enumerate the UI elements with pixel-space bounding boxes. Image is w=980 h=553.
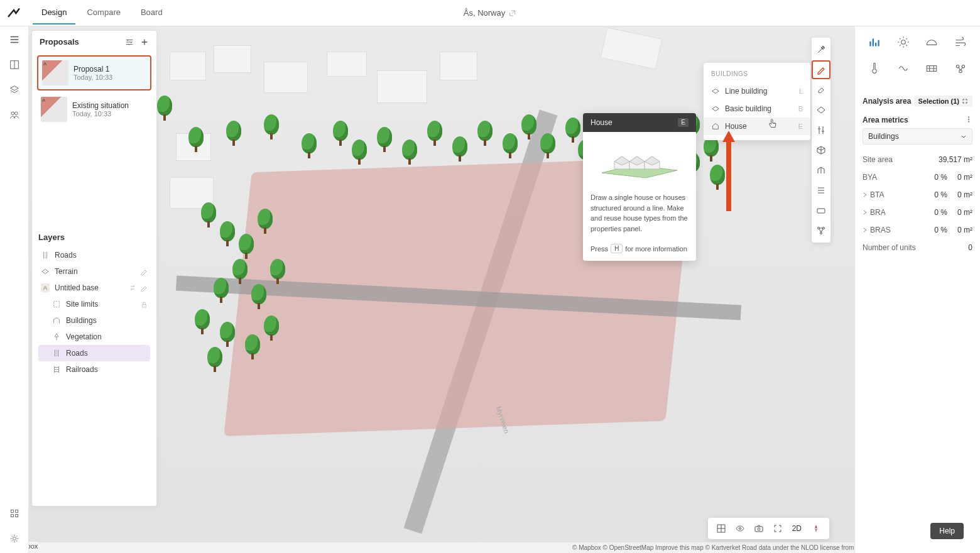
house-icon [711,122,720,131]
svg-rect-9 [54,302,60,307]
metric-bras[interactable]: BRAS 0 %0 m² [863,221,972,239]
layer-label: Roads [66,349,88,358]
layer-label: Railroads [66,365,98,374]
tab-board[interactable]: Board [132,1,172,25]
proposal-title: Existing situation [72,101,129,110]
menu-house[interactable]: House E [704,118,810,135]
svg-rect-5 [15,510,18,512]
tree-icon [333,121,348,146]
bar-chart-icon[interactable] [868,35,881,49]
analysis-area-title: Analysis area [863,97,911,106]
metrics-dropdown[interactable]: Buildings [863,128,972,145]
view-mode-toggle[interactable]: 2D [790,524,804,533]
tool-paint[interactable] [812,80,830,99]
tool-pencil[interactable] [812,60,830,79]
proposal-date: Today, 10:33 [72,110,129,118]
tool-levels[interactable] [812,181,830,200]
layer-vegetation[interactable]: Vegetation [38,329,150,345]
camera-button[interactable] [752,522,766,535]
layer-roads-top[interactable]: Roads [38,247,150,263]
tooltip-footer-pre: Press [591,245,608,253]
filter-icon[interactable] [125,38,134,47]
tree-icon [402,140,417,165]
layer-label: Terrain [55,267,78,276]
swap-icon[interactable] [129,284,136,292]
thermometer-icon[interactable] [868,62,881,75]
menu-basic-building[interactable]: Basic building B [704,100,810,118]
metric-units: Number of units 0 [863,239,972,256]
menu-shortcut: L [799,87,803,95]
metric-bta[interactable]: BTA 0 %0 m² [863,186,972,204]
proposal-card-1[interactable]: Proposal 1 Today, 10:33 [37,55,151,90]
layer-label: Site limits [66,300,98,309]
left-icon-rail [0,26,29,553]
lock-icon[interactable] [141,301,148,308]
tool-cube[interactable] [812,141,830,160]
layer-railroads[interactable]: Railroads [38,361,150,378]
tree-icon [258,209,273,234]
edit-icon[interactable] [140,268,148,275]
tool-network[interactable] [812,221,830,240]
view-toolbar: 2D [708,518,829,539]
rail-layers-icon[interactable] [8,83,21,97]
proposals-title: Proposals [40,37,79,47]
layer-terrain[interactable]: Terrain [38,263,150,280]
metric-bra[interactable]: BRA 0 %0 m² [863,204,972,221]
fit-view-button[interactable] [771,522,785,535]
help-button[interactable]: Help [930,523,964,539]
grid-toggle[interactable] [714,522,728,535]
layer-roads-nested[interactable]: Roads [38,345,150,361]
menu-item-label: Line building [725,87,767,96]
noise-icon[interactable] [896,62,910,75]
layer-label: Vegetation [66,332,102,341]
roads-icon [41,251,50,260]
metric-pct: 0 % [934,190,947,199]
sun-icon[interactable] [896,35,910,49]
edit-icon[interactable] [140,284,148,292]
tree-icon [207,347,222,372]
proposals-panel: Proposals Proposal 1 Today, 10:33 Existi… [31,30,157,506]
tree-icon [264,114,279,140]
layer-site-limits[interactable]: Site limits [38,296,150,312]
svg-point-22 [968,121,969,123]
layer-buildings[interactable]: Buildings [38,312,150,329]
micro-climate-icon[interactable] [954,62,967,75]
location-display[interactable]: Ås, Norway [464,8,516,18]
tab-compare[interactable]: Compare [78,1,129,25]
wind-icon[interactable] [954,35,967,49]
add-proposal-icon[interactable] [140,38,149,47]
tool-shape[interactable] [812,101,830,119]
rail-settings-icon[interactable] [8,532,21,545]
line-building-icon [711,87,720,96]
metric-value: 0 m² [957,208,972,217]
metric-pct: 0 % [934,226,947,234]
svg-point-2 [11,112,14,115]
menu-line-building[interactable]: Line building L [704,82,810,100]
proposal-date: Today, 10:33 [74,74,112,81]
metric-value: 0 m² [957,226,972,234]
tool-keyboard[interactable] [812,201,830,220]
more-icon[interactable] [965,116,972,123]
rail-menu-icon[interactable] [8,33,21,47]
tool-adjust[interactable] [812,121,830,140]
tooltip-body: Draw a single house or houses structured… [583,187,696,240]
rail-people-icon[interactable] [8,108,21,122]
selection-badge[interactable]: Selection (1) [914,96,972,107]
tree-icon [452,136,467,162]
dome-icon[interactable] [925,35,939,49]
layer-label: Buildings [66,316,97,325]
tool-magic-wand[interactable] [812,40,830,59]
tab-design[interactable]: Design [33,1,75,25]
visibility-toggle[interactable] [733,522,747,535]
rail-apps-icon[interactable] [8,506,21,520]
proposal-card-existing[interactable]: Existing situation Today, 10:33 [37,93,151,126]
rail-book-icon[interactable] [8,58,21,72]
tree-icon [195,309,210,334]
house-tooltip: House E Draw a single house or houses st… [583,113,696,261]
layer-untitled-base[interactable]: A Untitled base [38,280,150,296]
tree-icon [565,118,580,143]
chevron-right-icon [863,192,868,197]
solar-panel-icon[interactable] [925,62,939,75]
tool-building3d[interactable] [812,161,830,180]
compass-button[interactable] [809,522,823,535]
